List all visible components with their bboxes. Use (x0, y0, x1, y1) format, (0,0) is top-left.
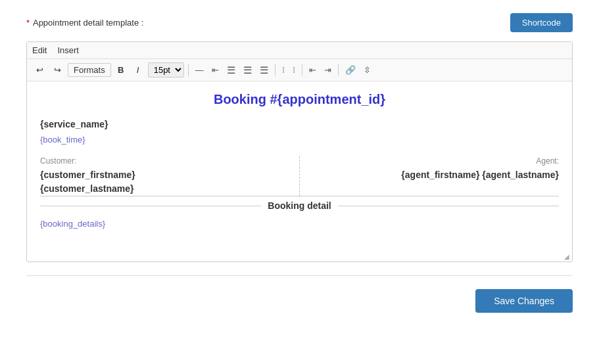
bottom-divider (26, 275, 573, 276)
template-label: * Appointment detail template : (26, 18, 143, 28)
undo-button[interactable]: ↩ (32, 63, 47, 77)
label-text: Appointment detail template : (33, 18, 143, 28)
customer-firstname: {customer_firstname} (40, 168, 286, 182)
redo-button[interactable]: ↪ (50, 63, 65, 77)
indent-icon[interactable]: ⇥ (322, 64, 334, 76)
toolbar-separator-1 (188, 64, 189, 76)
columns-area: Customer: {customer_firstname} {customer… (40, 156, 559, 196)
save-changes-button[interactable]: Save Changes (475, 289, 573, 313)
menu-insert[interactable]: Insert (57, 45, 79, 55)
divider-line-left (40, 206, 261, 206)
col-agent: Agent: {agent_firstname} {agent_lastname… (313, 156, 559, 196)
divider-line-right (338, 206, 559, 206)
col-customer: Customer: {customer_firstname} {customer… (40, 156, 286, 196)
formats-button[interactable]: Formats (68, 63, 111, 77)
content-title: Booking #{appointment_id} (40, 92, 559, 107)
resize-handle[interactable]: ◢ (27, 252, 572, 262)
toolbar-separator-3 (302, 64, 302, 76)
toolbar-separator-4 (338, 64, 339, 76)
align-justify-icon[interactable]: ☰ (257, 63, 271, 78)
fullscreen-icon[interactable]: ⇳ (361, 64, 373, 76)
agent-name: {agent_firstname} {agent_lastname} (313, 168, 559, 182)
save-row: Save Changes (26, 289, 573, 326)
shortcode-button[interactable]: Shortcode (510, 13, 573, 32)
content-book-time: {book_time} (40, 135, 559, 145)
column-divider (299, 156, 300, 196)
align-center-icon[interactable]: ☰ (224, 63, 238, 78)
booking-detail-label: Booking detail (268, 200, 331, 211)
font-size-select[interactable]: 15pt 8pt 10pt 12pt 14pt 18pt 24pt 36pt (148, 62, 184, 78)
editor-content[interactable]: Booking #{appointment_id} {service_name}… (27, 81, 572, 252)
booking-detail-divider: Booking detail (40, 196, 559, 211)
editor-menubar: Edit Insert (27, 42, 572, 59)
toolbar-separator-2 (275, 64, 276, 76)
align-right-icon[interactable]: ☰ (241, 63, 254, 78)
content-service-name: {service_name} (40, 119, 559, 129)
agent-label: Agent: (313, 156, 559, 166)
customer-label: Customer: (40, 156, 286, 166)
menu-edit[interactable]: Edit (32, 45, 47, 55)
content-booking-details: {booking_details} (40, 219, 559, 229)
line-button[interactable]: — (193, 64, 206, 76)
bold-button[interactable]: B (114, 63, 128, 77)
italic-button[interactable]: I (131, 63, 145, 77)
unordered-list-icon[interactable]: ⁝ (279, 64, 287, 76)
link-icon[interactable]: 🔗 (343, 64, 358, 76)
ordered-list-icon[interactable]: ⁝ (290, 64, 298, 76)
customer-lastname: {customer_lastname} (40, 182, 286, 196)
template-header: * Appointment detail template : Shortcod… (26, 13, 573, 32)
required-asterisk: * (26, 18, 30, 28)
outdent-icon[interactable]: ⇤ (306, 64, 319, 76)
align-left-icon[interactable]: ⇤ (209, 64, 222, 76)
editor-container: Edit Insert ↩ ↪ Formats B I 15pt 8pt 10p… (26, 41, 573, 262)
editor-toolbar: ↩ ↪ Formats B I 15pt 8pt 10pt 12pt 14pt … (27, 59, 572, 81)
